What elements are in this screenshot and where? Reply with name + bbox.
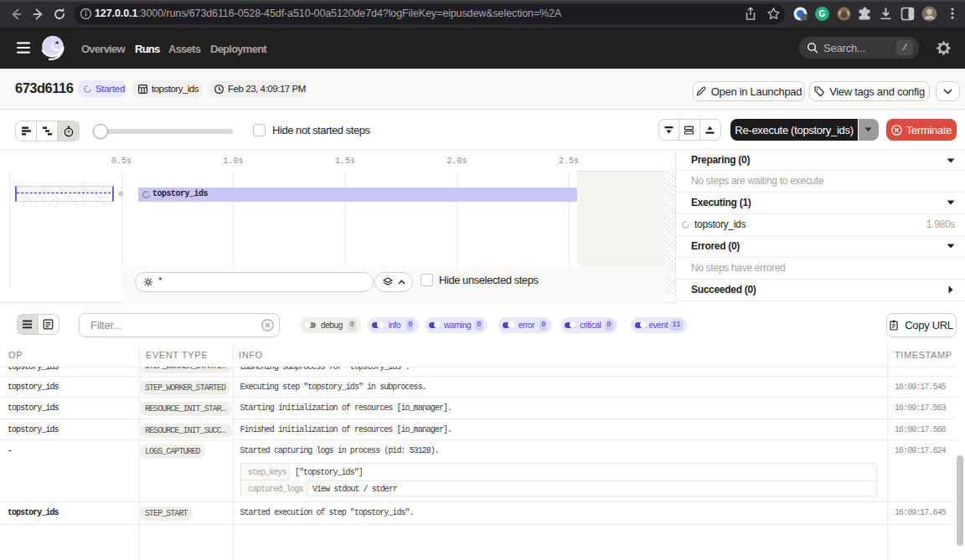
svg-text:G: G <box>819 9 826 18</box>
